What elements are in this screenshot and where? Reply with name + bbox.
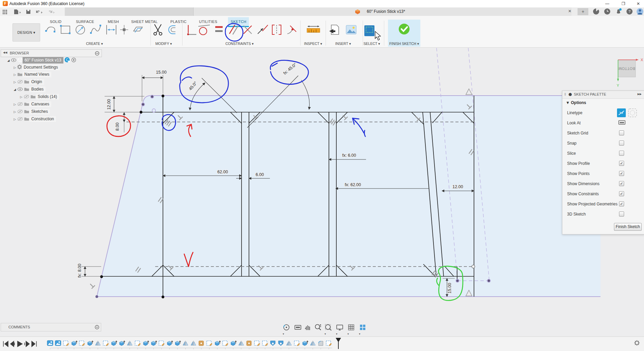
activate-radio-icon[interactable] [71, 57, 76, 62]
visibility-eye-icon[interactable] [11, 58, 17, 62]
history-clock-icon[interactable] [604, 8, 610, 15]
timeline-feature-extrude[interactable] [119, 341, 125, 346]
group-label-inspect[interactable]: INSPECT ▾ [304, 42, 322, 46]
timeline-feature-mirror[interactable] [310, 341, 315, 346]
timeline-playhead[interactable] [336, 338, 341, 349]
tool-canvas-image[interactable] [346, 25, 356, 34]
minimize-button[interactable]: — [602, 1, 612, 7]
maximize-button[interactable]: ❐ [618, 1, 628, 7]
constraint-tangent[interactable] [198, 25, 210, 35]
tool-rectangle[interactable] [60, 25, 71, 34]
timeline-feature-sketch[interactable] [103, 341, 109, 346]
palette-expand-icon[interactable]: ▶▶ [638, 93, 642, 96]
tool-point[interactable] [120, 25, 128, 34]
app-grid-icon[interactable] [3, 10, 7, 14]
timeline-feature-mirror[interactable] [127, 341, 132, 346]
document-tab[interactable]: 60" Fusion Stick v13* [193, 7, 572, 16]
expand-open-icon[interactable]: ◢ [6, 59, 11, 62]
nav-pan-icon[interactable] [304, 324, 312, 332]
timeline-feature-extrude[interactable] [112, 341, 117, 346]
checkbox-checked[interactable]: ✓ [619, 191, 624, 196]
timeline-feature-sketch[interactable] [63, 341, 69, 346]
checkbox-checked[interactable]: ✓ [619, 181, 624, 186]
tool-measure[interactable] [307, 26, 320, 33]
tool-arc[interactable] [45, 27, 55, 32]
expand-closed-icon[interactable]: ▷ [12, 73, 17, 76]
browser-item-origin[interactable]: ▷ Origin [1, 79, 101, 87]
timeline-feature-sketch[interactable] [254, 341, 260, 346]
checkbox-unchecked[interactable] [619, 141, 624, 146]
browser-item-bodies[interactable]: ◢ Bodies [1, 87, 101, 94]
checkbox-checked[interactable]: ✓ [619, 161, 624, 166]
look-at-icon[interactable] [618, 119, 626, 125]
browser-item-60-fusion-stick-v13[interactable]: ◢ 60" Fusion Stick v13 C [1, 57, 101, 65]
group-label-finish-sketch[interactable]: FINISH SKETCH ▾ [389, 42, 419, 46]
timeline-feature-mirror[interactable] [286, 341, 291, 346]
timeline-feature-mirror[interactable] [183, 341, 188, 346]
tool-offset[interactable] [169, 26, 175, 34]
timeline-feature-extrude[interactable] [303, 341, 308, 346]
timeline-feature-sketch[interactable] [207, 341, 212, 346]
sketch-palette-header[interactable]: ‖ ⬤ SKETCH PALETTE ▶▶ [562, 91, 644, 99]
help-icon[interactable]: ? [626, 8, 633, 15]
timeline-feature-appearance[interactable] [199, 341, 203, 346]
close-document-icon[interactable]: ✕ [568, 9, 571, 14]
nav-look-at-icon[interactable] [294, 324, 302, 332]
timeline-feature-mirror[interactable] [239, 341, 244, 346]
expand-open-icon[interactable]: ◢ [12, 88, 17, 91]
timeline-play-button[interactable] [18, 341, 22, 347]
palette-finish-sketch-button[interactable]: Finish Sketch [614, 223, 642, 231]
timeline-feature-hole[interactable] [278, 341, 283, 346]
expand-closed-icon[interactable]: ▷ [12, 110, 17, 114]
tool-project[interactable] [134, 27, 142, 32]
constraint-horizontal-vertical[interactable] [187, 25, 196, 35]
timeline-feature-sketch[interactable] [262, 341, 268, 346]
timeline-feature-canvas[interactable] [47, 341, 53, 346]
browser-item-label[interactable]: 60" Fusion Stick v13 [23, 57, 63, 64]
undo-icon[interactable] [36, 10, 43, 14]
browser-item-sketches[interactable]: ▷ Sketches [1, 109, 101, 117]
timeline-feature-extrude[interactable] [143, 341, 149, 346]
timeline-feature-hole[interactable] [271, 341, 275, 346]
redo-icon[interactable] [49, 10, 55, 14]
constraint-equal[interactable] [215, 27, 223, 31]
constraint-symmetry[interactable] [272, 25, 281, 34]
tool-select[interactable] [364, 25, 374, 36]
checkbox-checked[interactable]: ✓ [619, 201, 624, 206]
browser-item-named-views[interactable]: ▷ Named Views [1, 72, 101, 79]
tool-circle[interactable] [76, 25, 85, 34]
constraint-perpendicular[interactable] [244, 26, 252, 34]
timeline-feature-sketch[interactable] [79, 341, 85, 346]
group-label-insert[interactable]: INSERT ▾ [335, 42, 351, 46]
timeline-step-back-button[interactable] [10, 341, 15, 347]
close-button[interactable]: ✕ [633, 1, 643, 7]
browser-item-label[interactable]: Origin [29, 79, 44, 85]
group-label-constraints[interactable]: CONSTRAINTS ▾ [225, 42, 253, 46]
visibility-eye-off-icon[interactable] [24, 94, 29, 99]
timeline-feature-sketch[interactable] [135, 341, 140, 346]
timeline-skip-to-end-button[interactable] [32, 341, 36, 347]
visibility-eye-off-icon[interactable] [17, 79, 23, 84]
checkbox-unchecked[interactable] [619, 151, 624, 156]
workspace-selector[interactable]: DESIGN ▾ [12, 23, 40, 42]
browser-options-icon[interactable] [95, 51, 100, 56]
tool-spline[interactable] [90, 25, 101, 34]
timeline-feature-extrude[interactable] [88, 341, 93, 346]
timeline-feature-extrude[interactable] [215, 341, 221, 346]
checkbox-checked[interactable]: ✓ [619, 171, 624, 176]
checkbox-unchecked[interactable] [619, 130, 624, 135]
timeline-feature-sketch[interactable] [159, 341, 164, 346]
timeline-settings-gear-icon[interactable] [634, 340, 640, 346]
group-label-create[interactable]: CREATE ▾ [86, 42, 103, 46]
tool-insert[interactable] [329, 25, 339, 34]
save-icon[interactable] [26, 10, 30, 14]
expand-closed-icon[interactable]: ▷ [12, 66, 17, 69]
browser-item-label[interactable]: Canvases [29, 101, 51, 107]
timeline-feature-extrude[interactable] [151, 341, 157, 346]
constraint-curvature[interactable] [287, 26, 296, 34]
browser-item-label[interactable]: Named Views [23, 72, 51, 77]
browser-item-canvases[interactable]: ▷ Canvases [1, 102, 101, 109]
timeline-feature-sketch[interactable] [326, 341, 332, 346]
tool-trim-scissors[interactable] [154, 24, 162, 35]
nav-zoom-icon[interactable] [314, 324, 322, 332]
